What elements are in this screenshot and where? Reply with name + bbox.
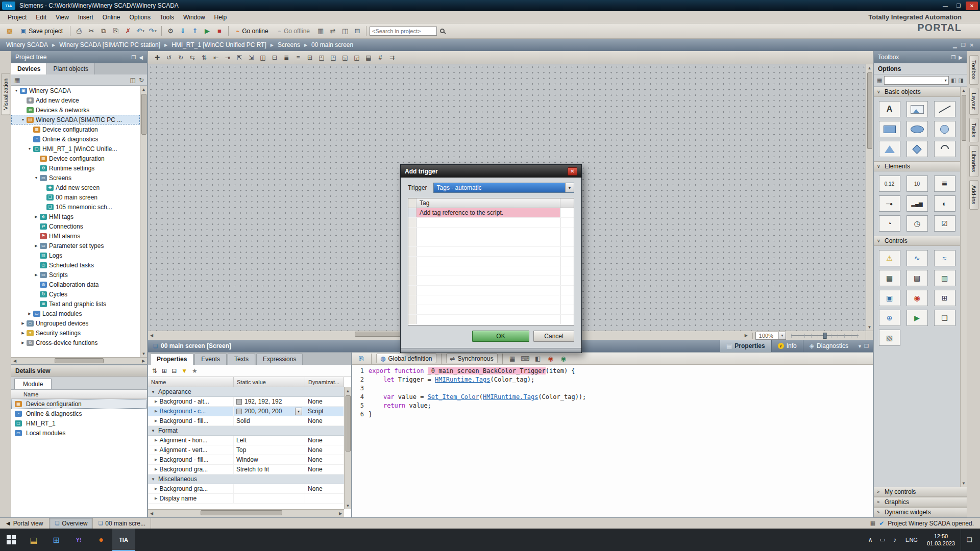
panel-float-icon[interactable]: ❐ <box>864 343 869 349</box>
expand-icon[interactable]: ▶ <box>155 438 157 442</box>
expander-icon[interactable]: ▶ <box>20 341 26 345</box>
list-view-icon[interactable]: ◨ <box>959 77 964 84</box>
scroll-down-icon[interactable]: ▼ <box>961 480 967 487</box>
paste-button[interactable]: ⎘ <box>110 26 121 37</box>
stop-runtime-button[interactable]: ■ <box>214 26 225 37</box>
property-row-background-fill[interactable]: ▶Background - fill...SolidNone <box>148 416 344 426</box>
filter-button[interactable]: ▼ <box>181 367 187 374</box>
tag-row-empty[interactable] <box>408 266 574 276</box>
tree-item-ungrouped-devices[interactable]: ▶▭Ungrouped devices <box>11 318 140 328</box>
print-button[interactable]: ⎙ <box>74 26 85 37</box>
code-line-4[interactable]: var value = Set_Item_Color(HMIRuntime.Ta… <box>369 393 586 402</box>
cancel-button[interactable]: Cancel <box>533 331 574 342</box>
scroll-right-icon[interactable]: ▶ <box>743 333 750 338</box>
tool-gauge[interactable]: ◔ <box>879 215 900 232</box>
tool-spin-box[interactable]: 10 <box>906 176 928 192</box>
global-definition-toggle[interactable]: ◍Global definition <box>376 354 436 363</box>
collapse-icon[interactable]: ▼ <box>151 390 155 394</box>
script-editor-body[interactable]: 123456 export function _0_main_screen_Ba… <box>352 365 873 517</box>
bring-to-front-tool[interactable]: ◰ <box>316 53 327 63</box>
column-header-name[interactable]: Name <box>148 377 234 387</box>
expand-icon[interactable]: ▶ <box>155 458 157 462</box>
align-bottom-tool[interactable]: ⇲ <box>246 53 256 63</box>
tool-circle[interactable] <box>934 121 955 137</box>
tool-detail-grid[interactable]: ⊞ <box>934 290 955 306</box>
code-line-6[interactable]: } <box>369 410 586 419</box>
property-dynamization-cell[interactable]: None <box>305 436 344 445</box>
upload-from-device-button[interactable]: ⇑ <box>189 26 201 37</box>
project-tree-horizontal-scrollbar[interactable]: ◀ ▶ <box>11 357 147 364</box>
center-vertical-tool[interactable]: ⊟ <box>270 53 280 63</box>
empty-tag-cell[interactable] <box>416 247 560 256</box>
expand-icon[interactable]: ▶ <box>155 467 157 471</box>
code-area[interactable]: export function _0_main_screen_BackColor… <box>369 367 586 517</box>
property-row-alignment-vert[interactable]: ▶Alignment - vert...TopNone <box>148 445 344 455</box>
tree-item-device-configuration[interactable]: ▦Device configuration <box>11 154 140 163</box>
side-tab-libraries[interactable]: Libraries <box>969 145 978 177</box>
breadcrumb-item-hmi-rt-1-wincc-unified-pc-rt[interactable]: HMI_RT_1 [WinCC Unified PC RT] <box>172 41 266 48</box>
tree-item-online-diagnostics[interactable]: ◔Online & diagnostics <box>11 134 140 144</box>
property-value-cell[interactable] <box>234 494 305 503</box>
property-dynamization-cell[interactable]: None <box>305 397 344 406</box>
hidden-icons[interactable]: ∧ <box>864 529 876 551</box>
toolbox-scrollbar[interactable]: ▲ ▼ <box>960 87 967 487</box>
property-value-cell[interactable]: Stretch to fit <box>234 465 305 474</box>
expand-icon[interactable]: ▶ <box>155 409 157 413</box>
copy-button[interactable]: ⧉ <box>98 26 109 37</box>
property-dynamization-cell[interactable]: None <box>305 455 344 464</box>
scroll-down-icon[interactable]: ▼ <box>345 502 351 509</box>
scroll-up-icon[interactable]: ▲ <box>866 64 873 71</box>
tree-item-device-configuration[interactable]: ▦Device configuration <box>11 124 140 134</box>
yahoo-browser[interactable]: Y! <box>67 529 90 551</box>
toolbox-filter-select[interactable]: ▼ <box>884 76 949 85</box>
chevron-down-icon[interactable]: ▾ <box>142 29 144 33</box>
chevron-down-icon[interactable]: ▾ <box>155 29 157 33</box>
menu-item-edit[interactable]: Edit <box>31 12 51 22</box>
property-group-format[interactable]: ▼Format <box>148 426 344 436</box>
code-line-5[interactable]: return value; <box>369 402 586 410</box>
tag-row-empty[interactable] <box>408 286 574 295</box>
expand-icon[interactable]: ▶ <box>155 496 157 500</box>
portal-view-button[interactable]: ◀ Portal view <box>0 518 50 529</box>
search-input[interactable] <box>370 27 437 36</box>
panel-collapse-icon[interactable]: ▶ <box>959 55 963 60</box>
scrollbar-thumb[interactable] <box>141 94 146 135</box>
empty-tag-cell[interactable] <box>416 228 560 237</box>
menu-item-insert[interactable]: Insert <box>74 12 98 22</box>
breadcrumb-item-screens[interactable]: Screens <box>278 41 300 48</box>
tool-check-box[interactable]: ☑ <box>934 215 955 232</box>
panel-pin-icon[interactable]: ❐ <box>951 55 955 60</box>
section-dynamic-widgets[interactable]: >Dynamic widgets <box>874 507 967 517</box>
add-tag-reference-row[interactable]: Add tag reference to the script. <box>408 208 574 218</box>
tool-gis-control[interactable]: ◉ <box>906 290 928 306</box>
scroll-up-icon[interactable]: ▲ <box>345 387 351 394</box>
panel-pin-icon[interactable]: ❐ <box>131 55 136 60</box>
tool-web-browser[interactable]: ⊕ <box>879 310 900 326</box>
chevron-down-icon[interactable]: ▼ <box>778 332 786 339</box>
side-tab-layout[interactable]: Layout <box>969 88 978 115</box>
transform-tool[interactable]: ✚ <box>152 53 162 63</box>
clock[interactable]: 12:50 01.03.2023 <box>922 533 960 547</box>
favorites-button[interactable]: ★ <box>192 367 198 374</box>
distribute-vertical-tool[interactable]: ≡ <box>293 53 303 63</box>
scroll-right-icon[interactable]: ▶ <box>140 359 147 363</box>
align-top-tool[interactable]: ⇱ <box>234 53 244 63</box>
scrollbar-thumb[interactable] <box>346 395 351 452</box>
expander-icon[interactable]: ▶ <box>33 215 39 219</box>
tree-item-hmi-alarms[interactable]: ⚑HMI alarms <box>11 231 140 241</box>
tool-screen-window[interactable]: ❏ <box>934 310 955 326</box>
tag-column-header[interactable]: Tag <box>416 198 560 208</box>
tool-function-trend-view[interactable]: ≈ <box>934 250 955 266</box>
tool-ellipse[interactable] <box>906 121 928 137</box>
property-row-background-fill[interactable]: ▶Background - fill...WindowNone <box>148 455 344 465</box>
display-settings[interactable]: ▭ <box>876 529 889 551</box>
breadcrumb-item-winery-scada-simatic-pc-station[interactable]: Winery SCADA [SIMATIC PC station] <box>59 41 160 48</box>
property-row-alignment-hori[interactable]: ▶Alignment - hori...LeftNone <box>148 436 344 445</box>
details-item-online-diagnostics[interactable]: ◔Online & diagnostics <box>11 409 147 418</box>
menu-item-window[interactable]: Window <box>179 12 210 22</box>
property-dynamization-cell[interactable]: None <box>305 484 344 493</box>
property-value-cell[interactable]: 192, 192, 192 <box>234 397 305 406</box>
go-offline-button[interactable]: ⌁Go offline <box>274 26 314 37</box>
split-editor-horizontal-button[interactable]: ⊟ <box>352 26 363 37</box>
same-size-tool[interactable]: ⊞ <box>305 53 315 63</box>
